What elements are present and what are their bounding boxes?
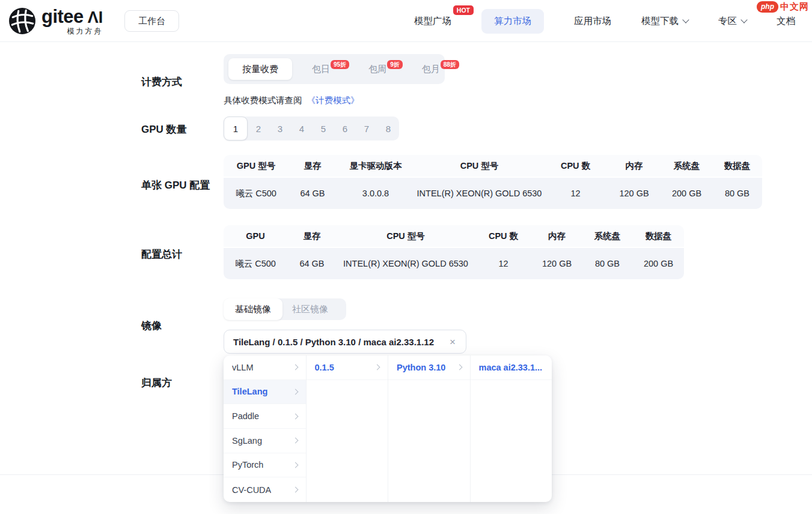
billing-tab-monthly[interactable]: 包月88折 [422,64,459,75]
table-row: 曦云 C500 64 GB INTEL(R) XEON(R) GOLD 6530… [224,248,684,279]
chevron-right-icon [456,364,462,370]
billing-note: 具体收费模式请查阅《计费模式》 [224,95,359,106]
hot-badge: HOT [453,5,474,16]
php-cn-watermark: php 中文网 [757,1,809,13]
single-gpu-config-table: GPU 型号 显存 显卡驱动版本 CPU 型号 CPU 数 内存 系统盘 数据盘… [224,155,762,209]
nav-item-zone[interactable]: 专区 [718,15,746,28]
discount-badge: 9折 [387,60,403,69]
gpu-count-option-8[interactable]: 8 [377,124,399,134]
cascader-option-maca[interactable]: maca ai2.33.1... [471,355,552,380]
chevron-right-icon [292,364,298,370]
gpu-count-option-2[interactable]: 2 [248,124,269,134]
table-header-row: GPU 型号 显存 显卡驱动版本 CPU 型号 CPU 数 内存 系统盘 数据盘 [224,155,762,177]
cascader-option-cvcuda[interactable]: CV-CUDA [224,477,306,502]
billing-tab-group: 按量收费 包日95折 包周9折 包月88折 [224,54,445,84]
gpu-count-option-4[interactable]: 4 [291,124,313,134]
top-navbar: gitee ΛI 模力方舟 工作台 模型广场 HOT 算力市场 应用市场 模型下… [0,0,812,42]
total-config-label: 配置总计 [141,247,182,261]
chevron-right-icon [292,462,298,468]
chevron-down-icon [682,16,689,23]
chevron-right-icon [292,413,298,419]
tab-community-image[interactable]: 社区镜像 [282,304,338,315]
cascader-option-paddle[interactable]: Paddle [224,404,306,429]
main-nav: 模型广场 HOT 算力市场 应用市场 模型下载 专区 文档 [414,0,795,42]
cascader-column-framework: vLLM TileLang Paddle SgLang PyTorch CV-C… [224,355,306,502]
nav-item-compute-market[interactable]: 算力市场 [481,9,544,34]
nav-item-docs[interactable]: 文档 [777,15,795,28]
single-gpu-config-label: 单张 GPU 配置 [141,178,210,192]
brand-name: gitee [41,7,84,26]
brand-logo[interactable]: gitee ΛI 模力方舟 [8,7,103,35]
billing-tab-weekly[interactable]: 包周9折 [368,64,402,75]
cascader-column-python: Python 3.10 [388,355,470,502]
cascader-option-python[interactable]: Python 3.10 [388,355,470,380]
image-tab-group: 基础镜像 社区镜像 [224,298,346,320]
discount-badge: 95折 [331,60,349,69]
chevron-right-icon [292,438,298,444]
image-select-value: TileLang / 0.1.5 / Python 3.10 / maca ai… [233,337,434,347]
image-label: 镜像 [141,319,162,333]
billing-method-label: 计费方式 [141,75,182,89]
page: gitee ΛI 模力方舟 工作台 模型广场 HOT 算力市场 应用市场 模型下… [0,0,812,514]
clear-icon[interactable]: × [448,336,457,348]
gpu-count-option-5[interactable]: 5 [313,124,334,134]
workbench-button[interactable]: 工作台 [124,10,179,32]
nav-item-model-square[interactable]: 模型广场 HOT [414,15,451,28]
chevron-right-icon [374,364,380,370]
chevron-down-icon [740,16,747,23]
discount-badge: 88折 [441,60,459,69]
chevron-right-icon [292,389,298,395]
billing-mode-link[interactable]: 《计费模式》 [307,95,359,105]
gpu-count-option-6[interactable]: 6 [334,124,356,134]
php-logo: php [757,1,778,12]
gitee-ai-globe-icon [8,7,36,35]
gpu-count-selector: 1 2 3 4 5 6 7 8 [224,116,399,141]
gpu-count-option-1[interactable]: 1 [224,116,248,141]
billing-tab-daily[interactable]: 包日95折 [312,64,349,75]
cascader-column-version: 0.1.5 [306,355,388,502]
brand-ai-suffix: ΛI [88,10,103,26]
cascader-option-version[interactable]: 0.1.5 [307,355,388,380]
nav-item-model-download[interactable]: 模型下载 [641,15,688,28]
total-config-table: GPU 显存 CPU 型号 CPU 数 内存 系统盘 数据盘 曦云 C500 6… [224,225,684,279]
image-select[interactable]: TileLang / 0.1.5 / Python 3.10 / maca ai… [224,330,466,354]
chevron-right-icon [292,487,298,493]
table-row: 曦云 C500 64 GB 3.0.0.8 INTEL(R) XEON(R) G… [224,178,762,209]
gpu-count-option-7[interactable]: 7 [356,124,377,134]
nav-item-app-market[interactable]: 应用市场 [574,15,611,28]
cascader-option-vllm[interactable]: vLLM [224,355,306,380]
gpu-count-option-3[interactable]: 3 [269,124,291,134]
cascader-option-tilelang[interactable]: TileLang [224,380,306,405]
tab-base-image[interactable]: 基础镜像 [224,298,282,320]
gpu-count-label: GPU 数量 [141,122,187,136]
image-cascader-dropdown: vLLM TileLang Paddle SgLang PyTorch CV-C… [224,355,552,502]
cascader-option-sglang[interactable]: SgLang [224,429,306,453]
table-header-row: GPU 显存 CPU 型号 CPU 数 内存 系统盘 数据盘 [224,225,684,247]
cascader-option-pytorch[interactable]: PyTorch [224,453,306,478]
owner-label: 归属方 [141,376,172,390]
billing-tab-pay-as-you-go[interactable]: 按量收费 [228,58,292,80]
brand-subtitle: 模力方舟 [41,28,103,35]
cascader-column-driver: maca ai2.33.1... [470,355,552,502]
